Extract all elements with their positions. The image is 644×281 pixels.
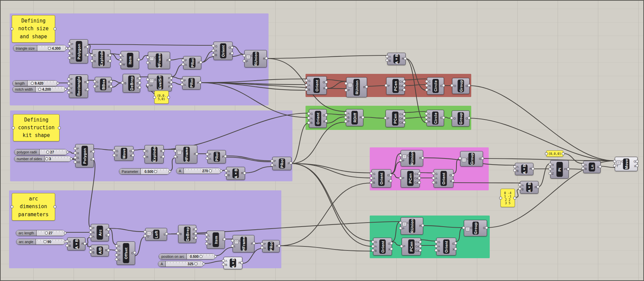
pcen-teal-port-in-P[interactable] <box>400 245 403 248</box>
circle-red-port-out-C[interactable] <box>442 84 445 87</box>
axb-right-1-port-in-A[interactable] <box>513 165 516 168</box>
orient-green-port-out-G[interactable] <box>325 113 328 116</box>
prot-4-port-in-P[interactable] <box>206 153 209 156</box>
orient-teal-1-port-in-G[interactable] <box>371 240 374 243</box>
group-out-magenta-port-in-O[interactable] <box>458 157 461 160</box>
debrep-1-port-out-V[interactable] <box>138 86 141 89</box>
prot-3-port-in-P[interactable] <box>271 159 274 162</box>
slider-a-270-track[interactable]: 270 <box>184 168 221 174</box>
prot-4[interactable]: PRotPAP <box>207 150 226 163</box>
circle-green-port-in-N[interactable] <box>425 116 428 119</box>
runion-notch[interactable]: RUnion↓CPR <box>244 50 267 67</box>
polygon-1-port-in-P[interactable] <box>68 42 71 45</box>
runion-red-port-out-R[interactable] <box>365 85 368 88</box>
evalsrf-1-port-in-S[interactable] <box>146 78 149 81</box>
orient-green[interactable]: OrientGABGX <box>309 109 327 128</box>
prot-2[interactable]: PRotPAP <box>182 76 201 90</box>
runion-teal-port-in-C[interactable] <box>399 221 402 224</box>
pt-right-port-in-Y[interactable] <box>549 168 552 171</box>
item-1[interactable]: ItemLiWi <box>121 51 139 69</box>
orient-green-port-in-G[interactable] <box>307 112 310 115</box>
rdiff-green[interactable]: RDiffABPR <box>346 109 363 126</box>
slider-a-325[interactable]: A325 <box>158 261 204 267</box>
arc-1-port-out-A[interactable] <box>107 228 110 231</box>
pcen-red-port-in-P[interactable] <box>385 84 388 87</box>
prot-5-port-out-P[interactable] <box>278 244 281 247</box>
hframe-1-port-in-C[interactable] <box>146 56 149 59</box>
ln-right[interactable]: LnABL <box>583 161 601 173</box>
orient-teal-1-port-out-G[interactable] <box>390 242 393 245</box>
axb-arc-angle-port-in-A[interactable] <box>222 259 225 262</box>
pcen-red[interactable]: PCenPCvCeCa <box>386 77 405 95</box>
wire[interactable] <box>169 58 183 60</box>
slider-a-270-output-nub[interactable] <box>220 170 223 172</box>
panel-number-list-input-nub[interactable] <box>499 196 502 199</box>
axb-top[interactable]: A×BABR <box>387 53 406 65</box>
wire[interactable] <box>225 156 272 161</box>
wire[interactable] <box>453 183 520 183</box>
orient-magenta-2-port-out-G[interactable] <box>451 174 454 177</box>
orient-teal-2[interactable]: OrientGABGX <box>436 238 456 255</box>
wire[interactable] <box>404 111 426 112</box>
evalsrf-1-port-out-N[interactable] <box>170 81 173 84</box>
prot-1-port-out-P[interactable] <box>199 61 202 64</box>
slider-arc-angle[interactable]: arc angle90 <box>16 239 65 245</box>
runion-magenta-port-in-C[interactable] <box>399 154 402 157</box>
graph-mapper-icon[interactable]: ◠ <box>177 150 182 154</box>
move-kit-port-out-G[interactable] <box>131 149 134 152</box>
wire[interactable] <box>291 163 373 241</box>
wire[interactable] <box>108 228 117 245</box>
slider-parameter-knob[interactable] <box>154 170 157 173</box>
explode-2-port-in-C[interactable] <box>143 149 146 152</box>
prot-2-port-in-P[interactable] <box>180 79 184 82</box>
item-2-port-in-W[interactable] <box>205 242 208 245</box>
orient-magenta-1[interactable]: OrientGABGX <box>371 169 391 188</box>
ln-right-port-in-A[interactable] <box>581 163 585 166</box>
hframe-1-port-out-F[interactable] <box>168 58 171 61</box>
item-2-port-out-i[interactable] <box>223 238 226 241</box>
wire[interactable] <box>600 166 615 168</box>
wire[interactable] <box>405 58 426 123</box>
slider-number-of-sides-output-nub[interactable] <box>70 157 73 160</box>
wire[interactable] <box>404 117 426 118</box>
polygon-2[interactable]: PolygonPRSRfPL <box>75 144 94 168</box>
axb-arc-angle[interactable]: A×BABR <box>224 257 242 269</box>
orient-teal-2-port-in-G[interactable] <box>435 240 438 243</box>
circle-red-port-in-N[interactable] <box>425 84 428 87</box>
slider-arc-length-knob[interactable] <box>45 232 48 235</box>
pt-right[interactable]: PtXYZPt <box>550 160 569 179</box>
slider-notch-width-knob[interactable] <box>38 88 41 91</box>
orient-red-port-in-A[interactable] <box>305 84 308 87</box>
panel-number-list-output-nub[interactable] <box>513 196 516 199</box>
axb-right-2-port-in-A[interactable] <box>518 183 521 186</box>
graft-down-arrow-icon[interactable]: ↓ <box>402 154 407 159</box>
orient-red-port-in-B[interactable] <box>305 88 308 91</box>
orient-teal-1-port-in-A[interactable] <box>371 245 374 248</box>
runion-teal[interactable]: RUnion↓CPR <box>401 217 423 235</box>
axb-arc-angle-port-out-R[interactable] <box>240 261 243 264</box>
wire[interactable] <box>326 81 346 89</box>
slider-a-325-knob[interactable] <box>194 263 197 266</box>
runion-magenta-port-out-R[interactable] <box>421 156 424 159</box>
adivb-arc[interactable]: A/BABR <box>91 245 109 256</box>
runion-red-port-in-P[interactable] <box>345 89 348 92</box>
slider-arc-angle-track[interactable]: 90 <box>36 239 65 244</box>
move-kit-port-in-G[interactable] <box>113 149 116 152</box>
axb-kit-port-out-R[interactable] <box>243 172 246 175</box>
slider-position-on-arc[interactable]: position on arc0.500 <box>159 253 215 260</box>
grasshopper-canvas[interactable]: PolygonPRSRfPLExplodeCRSVItemLiWiHFrame◠… <box>0 0 644 281</box>
hframe-2-port-in-C[interactable] <box>174 149 177 152</box>
group-out-teal-port-in-O[interactable] <box>462 226 465 229</box>
wire[interactable] <box>225 157 272 162</box>
polygon-1[interactable]: PolygonPRSRfPL <box>70 39 88 63</box>
axb-right-2-port-out-R[interactable] <box>536 185 539 188</box>
wire[interactable] <box>291 123 308 163</box>
prot-2-port-out-P[interactable] <box>199 81 202 84</box>
slider-polygon-radii[interactable]: polygon radii27 <box>14 149 68 155</box>
circle-red[interactable]: CircleCNRC <box>427 77 444 95</box>
panel-uv-value[interactable]: {0,0. 5,0} <box>154 91 169 104</box>
orient-green-port-in-B[interactable] <box>307 121 310 124</box>
slider-position-on-arc-track[interactable]: 0.500 <box>187 254 215 259</box>
pt-right-port-out-Pt[interactable] <box>567 168 570 171</box>
explode-2-port-out-S[interactable] <box>162 149 165 152</box>
